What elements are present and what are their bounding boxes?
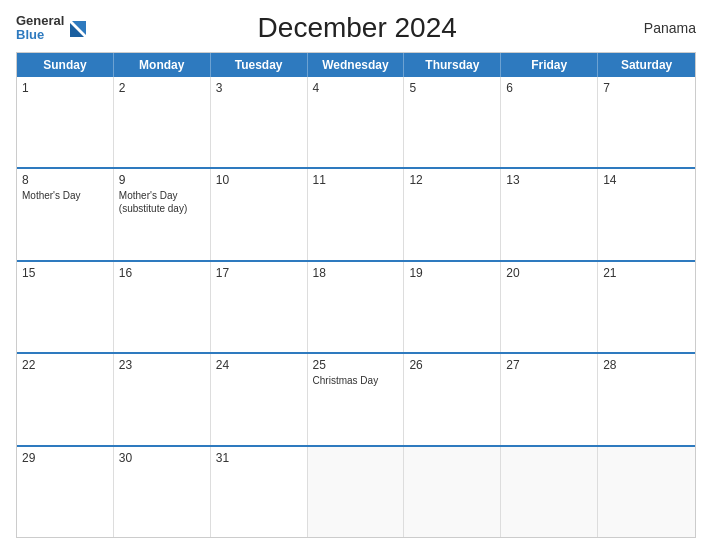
logo-blue-text: Blue [16, 28, 44, 42]
month-title: December 2024 [88, 12, 626, 44]
calendar-cell-w2-d7: 14 [598, 169, 695, 259]
calendar-cell-w5-d7 [598, 447, 695, 537]
calendar-cell-w1-d2: 2 [114, 77, 211, 167]
day-number: 19 [409, 266, 495, 280]
logo: General Blue [16, 14, 88, 43]
calendar-cell-w5-d4 [308, 447, 405, 537]
calendar-cell-w2-d2: 9Mother's Day (substitute day) [114, 169, 211, 259]
calendar-cell-w4-d6: 27 [501, 354, 598, 444]
day-number: 27 [506, 358, 592, 372]
day-number: 17 [216, 266, 302, 280]
day-number: 7 [603, 81, 690, 95]
day-number: 6 [506, 81, 592, 95]
day-number: 10 [216, 173, 302, 187]
calendar-week-3: 15161718192021 [17, 262, 695, 354]
day-number: 30 [119, 451, 205, 465]
calendar-week-2: 8Mother's Day9Mother's Day (substitute d… [17, 169, 695, 261]
day-number: 8 [22, 173, 108, 187]
calendar-cell-w4-d1: 22 [17, 354, 114, 444]
calendar-cell-w1-d7: 7 [598, 77, 695, 167]
day-number: 16 [119, 266, 205, 280]
logo-general-text: General [16, 14, 64, 28]
day-number: 28 [603, 358, 690, 372]
calendar-cell-w4-d4: 25Christmas Day [308, 354, 405, 444]
header-thursday: Thursday [404, 53, 501, 77]
calendar-cell-w2-d6: 13 [501, 169, 598, 259]
day-number: 12 [409, 173, 495, 187]
day-number: 24 [216, 358, 302, 372]
day-number: 4 [313, 81, 399, 95]
calendar-cell-w4-d5: 26 [404, 354, 501, 444]
calendar-cell-w5-d6 [501, 447, 598, 537]
calendar-week-5: 293031 [17, 447, 695, 537]
day-number: 1 [22, 81, 108, 95]
logo-icon [66, 17, 88, 39]
calendar-cell-w5-d2: 30 [114, 447, 211, 537]
calendar-cell-w1-d3: 3 [211, 77, 308, 167]
calendar-cell-w2-d4: 11 [308, 169, 405, 259]
calendar-cell-w3-d6: 20 [501, 262, 598, 352]
day-number: 23 [119, 358, 205, 372]
day-number: 3 [216, 81, 302, 95]
header-monday: Monday [114, 53, 211, 77]
calendar-cell-w3-d1: 15 [17, 262, 114, 352]
calendar-cell-w3-d3: 17 [211, 262, 308, 352]
country-label: Panama [626, 20, 696, 36]
page-header: General Blue December 2024 Panama [16, 12, 696, 44]
day-number: 20 [506, 266, 592, 280]
header-tuesday: Tuesday [211, 53, 308, 77]
header-friday: Friday [501, 53, 598, 77]
calendar-cell-w4-d3: 24 [211, 354, 308, 444]
calendar-grid: Sunday Monday Tuesday Wednesday Thursday… [16, 52, 696, 538]
header-sunday: Sunday [17, 53, 114, 77]
day-number: 15 [22, 266, 108, 280]
holiday-label: Mother's Day [22, 189, 108, 202]
day-number: 18 [313, 266, 399, 280]
day-number: 25 [313, 358, 399, 372]
calendar-cell-w1-d1: 1 [17, 77, 114, 167]
calendar-cell-w2-d1: 8Mother's Day [17, 169, 114, 259]
calendar-cell-w5-d5 [404, 447, 501, 537]
day-number: 31 [216, 451, 302, 465]
day-number: 2 [119, 81, 205, 95]
calendar-cell-w1-d4: 4 [308, 77, 405, 167]
calendar-cell-w3-d4: 18 [308, 262, 405, 352]
day-number: 13 [506, 173, 592, 187]
calendar-body: 12345678Mother's Day9Mother's Day (subst… [17, 77, 695, 537]
calendar-cell-w5-d3: 31 [211, 447, 308, 537]
calendar-cell-w2-d5: 12 [404, 169, 501, 259]
day-number: 22 [22, 358, 108, 372]
day-number: 29 [22, 451, 108, 465]
day-number: 21 [603, 266, 690, 280]
day-number: 9 [119, 173, 205, 187]
header-saturday: Saturday [598, 53, 695, 77]
holiday-label: Christmas Day [313, 374, 399, 387]
calendar-week-1: 1234567 [17, 77, 695, 169]
day-number: 26 [409, 358, 495, 372]
calendar-cell-w3-d2: 16 [114, 262, 211, 352]
calendar-cell-w5-d1: 29 [17, 447, 114, 537]
day-number: 14 [603, 173, 690, 187]
day-number: 5 [409, 81, 495, 95]
calendar-page: General Blue December 2024 Panama Sunday… [0, 0, 712, 550]
calendar-header-row: Sunday Monday Tuesday Wednesday Thursday… [17, 53, 695, 77]
calendar-cell-w2-d3: 10 [211, 169, 308, 259]
calendar-cell-w1-d6: 6 [501, 77, 598, 167]
calendar-week-4: 22232425Christmas Day262728 [17, 354, 695, 446]
calendar-cell-w4-d2: 23 [114, 354, 211, 444]
day-number: 11 [313, 173, 399, 187]
calendar-cell-w4-d7: 28 [598, 354, 695, 444]
calendar-cell-w3-d5: 19 [404, 262, 501, 352]
calendar-cell-w1-d5: 5 [404, 77, 501, 167]
holiday-label: Mother's Day (substitute day) [119, 189, 205, 215]
header-wednesday: Wednesday [308, 53, 405, 77]
calendar-cell-w3-d7: 21 [598, 262, 695, 352]
